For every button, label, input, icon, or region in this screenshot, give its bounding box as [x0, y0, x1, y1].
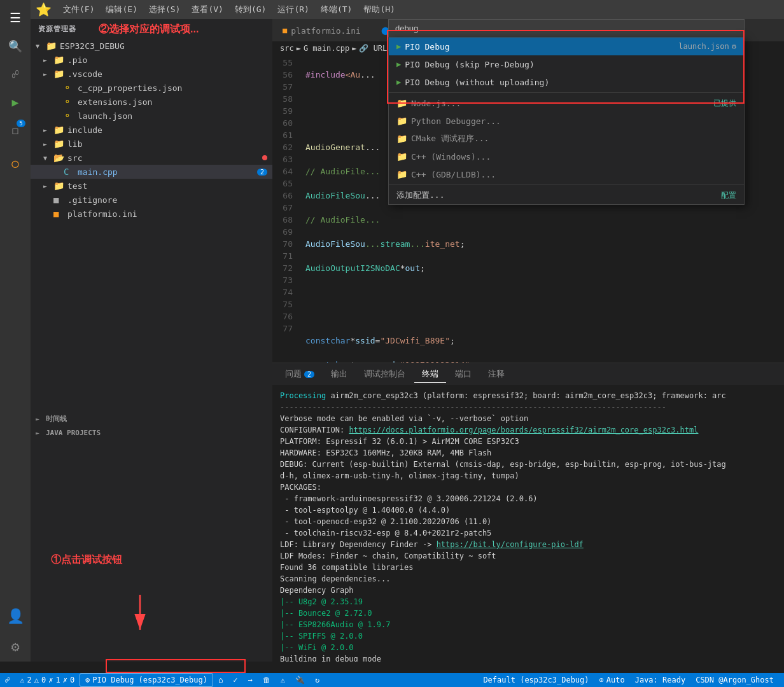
folder-closed-icon: 📁	[53, 139, 65, 149]
panel-tab-terminal[interactable]: 终端	[414, 366, 446, 383]
tree-item-pio[interactable]: ► 📁 .pio	[31, 53, 272, 67]
breadcrumb-src[interactable]: src	[280, 44, 294, 53]
debug-item-label: CMake 调试程序...	[411, 133, 489, 144]
debug-item-cmake[interactable]: 📁 CMake 调试程序...	[389, 130, 744, 148]
menu-help[interactable]: 帮助(H)	[358, 1, 400, 18]
tree-item-launch[interactable]: ⚬ launch.json	[31, 109, 272, 123]
status-remote[interactable]: ☍	[0, 673, 15, 687]
terminal-line: HARDWARE: ESP32C3 160MHz, 320KB RAM, 4MB…	[280, 447, 776, 459]
tab-label: 调试控制台	[364, 368, 405, 380]
tree-item-c-cpp[interactable]: ⚬ c_cpp_properties.json	[31, 81, 272, 95]
info-count: 1	[55, 676, 60, 684]
debug-item-add-config[interactable]: 添加配置... 配置	[389, 186, 744, 204]
tree-item-platformio-ini[interactable]: ■ platformio.ini	[31, 207, 272, 221]
debug-item-nodejs[interactable]: 📁 Node.js... 已提供	[389, 94, 744, 112]
panel-tab-ports[interactable]: 端口	[447, 366, 479, 382]
menu-select[interactable]: 选择(S)	[144, 1, 185, 18]
tree-label: main.cpp	[78, 167, 257, 177]
terminal-line: |-- SPIFFS @ 2.0.0	[280, 630, 776, 642]
status-sync[interactable]: ↻	[310, 673, 325, 687]
tab-platformio[interactable]: ■ platformio.ini	[272, 19, 371, 41]
trash-icon: 🗑	[263, 676, 270, 684]
tree-item-maincpp[interactable]: C main.cpp 2	[31, 165, 272, 179]
panel-tab-problems[interactable]: 问题 2	[277, 366, 322, 382]
chevron-icon: ▼	[36, 43, 46, 50]
terminal-line: Verbose mode can be enabled via `-v, --v…	[280, 413, 776, 424]
debug-item-pio-skip[interactable]: ▶ PIO Debug (skip Pre-Debug)	[389, 55, 744, 73]
tree-item-test[interactable]: ► 📁 test	[31, 179, 272, 193]
activity-platformio[interactable]: ◯	[3, 150, 28, 176]
activity-debug[interactable]: ▶	[3, 89, 28, 114]
debug-item-left: 添加配置...	[396, 190, 444, 201]
status-arrow[interactable]: →	[242, 673, 257, 687]
tree-item-java-projects[interactable]: ► JAVA PROJECTS	[31, 426, 272, 440]
terminal-line: DEBUG: Current (esp-builtin) External (c…	[280, 459, 776, 470]
status-auto[interactable]: ⊙ Auto	[594, 676, 630, 684]
debug-search-input[interactable]	[389, 20, 744, 37]
tree-item-esp32c3[interactable]: ▼ 📁 ESP32C3_DEBUG	[31, 39, 272, 53]
tab-label: 注释	[488, 368, 505, 380]
activity-settings[interactable]: ⚙	[3, 634, 28, 659]
menu-view[interactable]: 查看(V)	[186, 1, 228, 18]
debug-item-left: ▶ PIO Debug (skip Pre-Debug)	[396, 60, 535, 69]
status-java[interactable]: Java: Ready	[630, 676, 690, 684]
menu-run[interactable]: 运行(R)	[272, 1, 314, 18]
terminal-line: |-- U8g2 @ 2.35.19	[280, 596, 776, 607]
status-errors[interactable]: ⚠ 2 △ 0 ✗ 1 ✗ 0	[15, 673, 80, 687]
status-warning2[interactable]: ⚠	[276, 673, 290, 687]
menu-goto[interactable]: 转到(G)	[230, 1, 271, 18]
status-csdn: CSDN @Argon_Ghost	[690, 676, 779, 684]
panel-tab-debug-console[interactable]: 调试控制台	[356, 366, 413, 382]
remote-icon: ☍	[5, 676, 10, 684]
folder-closed-icon: 📁	[53, 181, 65, 191]
activity-search[interactable]: 🔍	[3, 33, 28, 59]
tree-item-lib[interactable]: ► 📁 lib	[31, 137, 272, 151]
status-default[interactable]: Default (esp32c3_Debug)	[478, 676, 594, 684]
debug-item-python[interactable]: 📁 Python Debugger...	[389, 112, 744, 130]
provided-label: 已提供	[713, 98, 736, 109]
error-icon: ⚠	[20, 676, 24, 684]
activity-extensions[interactable]: ◻5	[3, 117, 28, 142]
debug-item-pio-noupload[interactable]: ▶ PIO Debug (without uploading)	[389, 73, 744, 91]
status-home[interactable]: ⌂	[213, 673, 228, 687]
warning-icon: △	[34, 676, 39, 684]
tree-item-extensions[interactable]: ⚬ extensions.json	[31, 95, 272, 109]
debug-item-cpp-win[interactable]: 📁 C++ (Windows)...	[389, 148, 744, 165]
status-check[interactable]: ✓	[228, 673, 242, 687]
menu-terminal[interactable]: 终端(T)	[316, 1, 357, 18]
gear-icon[interactable]: ⚙	[732, 42, 736, 51]
terminal-content: Processing airm2m_core_esp32c3 (platform…	[272, 385, 784, 662]
extensions-badge: 5	[17, 120, 25, 127]
debug-item-pio[interactable]: ▶ PIO Debug launch.json ⚙	[389, 38, 744, 55]
tab-icon: ■	[283, 26, 287, 35]
debug-item-left: 📁 Node.js...	[396, 98, 461, 108]
status-trash[interactable]: 🗑	[258, 673, 276, 687]
play-icon: ▶	[396, 60, 401, 69]
tree-item-vscode[interactable]: ► 📁 .vscode	[31, 67, 272, 81]
debug-item-label: PIO Debug	[405, 42, 449, 52]
debug-item-label: C++ (Windows)...	[411, 152, 491, 162]
tree-item-src[interactable]: ▼ 📂 src	[31, 151, 272, 165]
play-icon: ▶	[396, 78, 401, 87]
activity-accounts[interactable]: 👤	[3, 603, 28, 628]
status-plug[interactable]: 🔌	[290, 673, 310, 687]
terminal-line: - tool-esptoolpy @ 1.40400.0 (4.4.0)	[280, 504, 776, 516]
tree-item-gitignore[interactable]: ■ .gitignore	[31, 193, 272, 207]
breadcrumb-maincpp[interactable]: G main.cpp	[304, 44, 349, 53]
panel-tab-output[interactable]: 输出	[323, 366, 355, 382]
debug-item-label: Python Debugger...	[411, 116, 501, 126]
tree-item-timeline[interactable]: ► 时间线 ► JAVA PROJECTS	[31, 412, 272, 440]
panel-tab-comments[interactable]: 注释	[480, 366, 512, 382]
activity-source-control[interactable]: ☍	[3, 61, 28, 87]
activity-explorer[interactable]: ☰	[3, 5, 28, 31]
breadcrumb-url[interactable]: 🔗 URL	[359, 44, 387, 53]
menu-file[interactable]: 文件(F)	[58, 1, 99, 18]
chevron-right-icon: ►	[43, 57, 53, 64]
status-debug-mode[interactable]: ⚙ PIO Debug (esp32c3_Debug)	[80, 673, 213, 687]
debug-item-cpp-gdb[interactable]: 📁 C++ (GDB/LLDB)...	[389, 165, 744, 183]
tree-item-include[interactable]: ► 📁 include	[31, 123, 272, 137]
modified-dot	[262, 155, 267, 160]
tab-label: 端口	[455, 368, 472, 380]
menu-edit[interactable]: 编辑(E)	[101, 1, 142, 18]
folder-closed-icon: 📁	[53, 125, 65, 135]
